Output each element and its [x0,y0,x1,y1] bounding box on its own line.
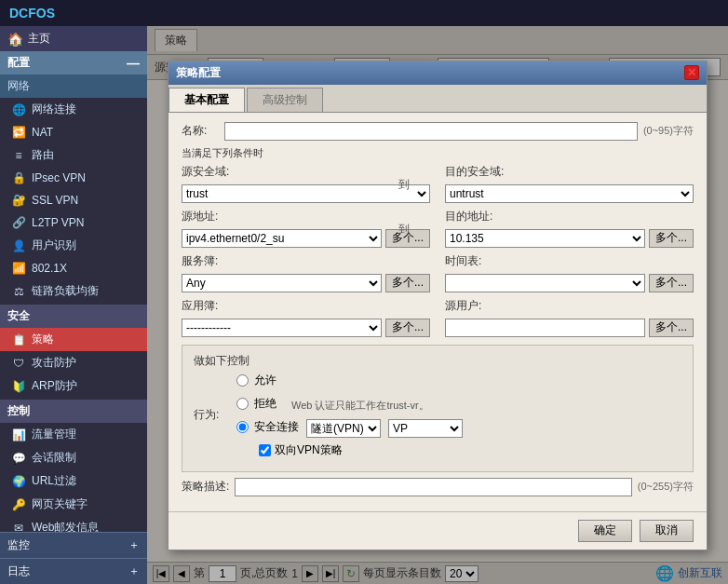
secure-radio[interactable] [236,421,249,433]
sidebar-bottom-log[interactable]: 日志 ＋ [0,558,147,584]
sidebar-item-8021x-label: 802.1X [32,262,67,275]
src-zone-select[interactable]: trust [182,184,430,203]
app-header: DCFOS [0,0,728,26]
sidebar-item-lb-label: 链路负载均衡 [32,283,99,299]
name-input[interactable] [224,122,638,141]
sidebar-item-url-filter[interactable]: 🌍 URL过滤 [0,469,147,493]
dst-addr-more-btn[interactable]: 多个... [649,229,694,248]
sidebar-item-ssl-vpn[interactable]: 🔐 SSL VPN [0,189,147,211]
desc-input[interactable] [235,478,631,496]
sidebar-home-label: 主页 [28,31,50,47]
dst-zone-select[interactable]: untrust [445,184,694,203]
action-section: 做如下控制 行为: 允许 [182,345,694,472]
time-col: 时间表: 多个... [445,253,694,292]
sidebar-item-session-limit[interactable]: 💬 会话限制 [0,446,147,469]
app-select[interactable]: ------------ [182,319,382,337]
sidebar-item-traffic-mgmt[interactable]: 📊 流量管理 [0,423,147,446]
allow-radio[interactable] [236,374,249,387]
src-user-more-btn[interactable]: 多个... [649,319,694,337]
service-time-grid: 服务簿: Any 多个... 时间表: [182,253,694,292]
vp-select[interactable]: VP [388,419,463,438]
sidebar-item-ipsec-vpn[interactable]: 🔒 IPsec VPN [0,167,147,189]
sidebar-item-mail[interactable]: ✉ Web邮发信息 [0,516,147,532]
src-addr-select[interactable]: ipv4.ethernet0/2_su [182,229,382,248]
sidebar-item-nat-label: NAT [32,126,53,139]
service-more-btn[interactable]: 多个... [385,274,430,292]
src-user-col: 源用户: 多个... [445,298,694,337]
dst-addr-select[interactable]: 10.135 [445,229,645,248]
name-row: 名称: (0~95)字符 [182,122,694,141]
sidebar-item-l2tp-vpn[interactable]: 🔗 L2TP VPN [0,211,147,234]
app-more-btn[interactable]: 多个... [385,319,430,337]
sidebar-item-arp-defense[interactable]: 🔰 ARP防护 [0,374,147,398]
attack-icon: 🛡 [11,356,26,371]
service-select[interactable]: Any [182,274,382,292]
dot1x-icon: 📶 [11,261,26,276]
content-area: 策略 源安全域: Any 目的安全域: Any 源地址: 目的地址: 策略配置 [147,26,728,584]
time-more-btn[interactable]: 多个... [649,274,694,292]
action-header: 做如下控制 [194,353,681,369]
sidebar-item-lb[interactable]: ⚖ 链路负载均衡 [0,279,147,303]
tab-advanced-label: 高级控制 [263,93,307,106]
modal-body: 名称: (0~95)字符 当满足下列条件时 源安全域: trust [169,113,707,511]
allow-row: 允许 [236,373,681,388]
tab-advanced[interactable]: 高级控制 [247,88,323,112]
sidebar-item-home[interactable]: 🏠 主页 [0,26,147,51]
tab-basic[interactable]: 基本配置 [169,88,245,112]
tunnel-select[interactable]: 隧道(VPN) [306,419,381,438]
src-user-select-row: 多个... [445,319,694,337]
dst-zone-label: 目的安全域: [445,164,694,180]
cancel-button[interactable]: 取消 [640,520,694,542]
ssl-icon: 🔐 [11,193,26,208]
service-col: 服务簿: Any 多个... [182,253,430,292]
time-select-row: 多个... [445,274,694,292]
dst-zone-select-row: untrust [445,184,694,203]
modal-title: 策略配置 [176,65,221,81]
secure-row: 安全连接 隧道(VPN) VP [236,419,681,439]
sidebar-item-nat[interactable]: 🔁 NAT [0,121,147,143]
sidebar-item-user-id[interactable]: 👤 用户识别 [0,234,147,257]
sidebar-item-network-connection[interactable]: 🌐 网络连接 [0,98,147,121]
sidebar-bottom-monitor[interactable]: 监控 ＋ [0,532,147,558]
sidebar-bottom-monitor-label: 监控 [7,537,30,553]
addr-grid: 源地址: ipv4.ethernet0/2_su 多个... 到 目的地址: [182,209,694,248]
modal-close-button[interactable]: ✕ [684,65,699,80]
sidebar-item-8021x[interactable]: 📶 802.1X [0,257,147,279]
modal-footer: 确定 取消 [169,511,707,550]
sidebar-item-routing[interactable]: ≡ 路由 [0,143,147,167]
service-select-row: Any 多个... [182,274,430,292]
src-zone-col: 源安全域: trust [182,164,430,203]
name-hint: (0~95)字符 [643,124,694,138]
bidirectional-label: 双向VPN策略 [275,442,343,458]
sidebar-group-security: 安全 [0,305,147,328]
desc-row: 策略描述: (0~255)字符 [182,478,694,496]
sidebar-item-attack-defense[interactable]: 🛡 攻击防护 [0,351,147,374]
time-select[interactable] [445,274,645,292]
deny-row: 拒绝 [236,396,276,412]
vpn-note: Web 认证只能工作在trust-vr。 [291,399,429,413]
bidirectional-checkbox[interactable] [259,444,271,456]
time-label: 时间表: [445,253,694,269]
sidebar-section-collapse-btn[interactable]: — [127,56,140,71]
ok-button[interactable]: 确定 [578,520,632,542]
action-row: 行为: 允许 拒绝 [194,373,681,458]
sidebar-item-keyword[interactable]: 🔑 网页关键字 [0,493,147,516]
sidebar-group-control-label: 控制 [7,403,30,419]
sidebar-bottom-log-label: 日志 [7,564,30,579]
sidebar-group-network: 网络 [0,75,147,98]
to-label-zone: 到 [398,177,410,193]
sidebar-item-mail-label: Web邮发信息 [32,520,99,532]
sidebar-item-policy[interactable]: 📋 策略 [0,328,147,351]
condition-label: 当满足下列条件时 [182,146,694,160]
deny-radio[interactable] [236,398,249,410]
modal-title-bar: 策略配置 ✕ [169,61,707,85]
keyword-icon: 🔑 [11,497,26,512]
sidebar-item-l2tp-vpn-label: L2TP VPN [32,216,84,229]
secure-label: 安全连接 [254,419,299,435]
src-user-input[interactable] [445,319,645,337]
bidirectional-row: 双向VPN策略 [259,442,681,458]
src-addr-label: 源地址: [182,209,430,224]
dst-addr-select-row: 10.135 多个... [445,229,694,248]
app-select-row: ------------ 多个... [182,319,430,337]
policy-icon: 📋 [11,333,26,347]
